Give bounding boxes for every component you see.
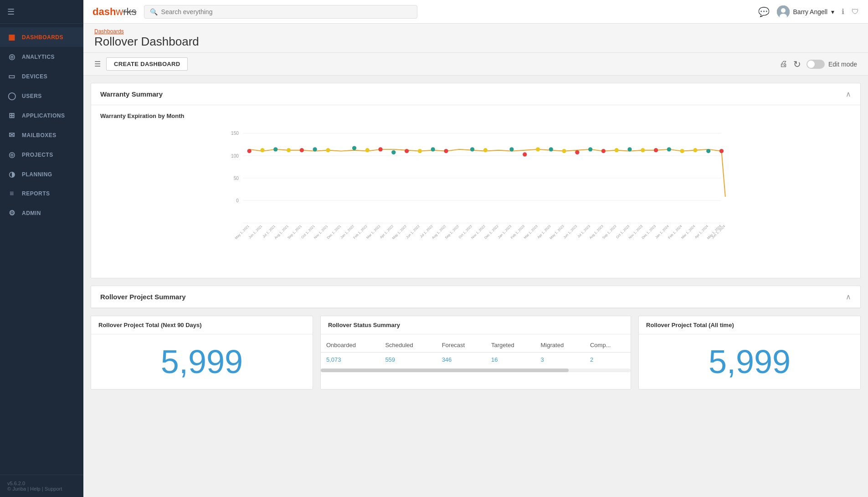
svg-point-31 xyxy=(601,149,606,153)
svg-text:Jun 1, 2021: Jun 1, 2021 xyxy=(248,224,263,240)
sidebar-item-reports[interactable]: ≡ REPORTS xyxy=(0,184,83,203)
sidebar-item-admin[interactable]: ⚙ ADMIN xyxy=(0,203,83,223)
card-all-time: Rollover Project Total (All time) 5,999 xyxy=(638,316,861,389)
cell-onboarded[interactable]: 5,073 xyxy=(321,353,380,367)
shield-icon[interactable]: 🛡 xyxy=(852,8,859,16)
svg-point-19 xyxy=(549,147,553,151)
card-next-90-days: Rollover Project Total (Next 90 Days) 5,… xyxy=(91,316,313,389)
col-forecast: Forecast xyxy=(437,338,486,353)
svg-point-33 xyxy=(719,149,724,153)
svg-point-26 xyxy=(378,147,382,151)
sidebar-top: ☰ xyxy=(0,0,83,24)
chat-icon[interactable]: 💬 xyxy=(758,6,770,17)
svg-point-23 xyxy=(706,149,710,153)
card-status-summary-body: Onboarded Scheduled Forecast Targeted Mi… xyxy=(321,334,631,389)
svg-point-21 xyxy=(627,147,632,151)
svg-point-36 xyxy=(326,148,330,152)
sidebar-item-planning[interactable]: ◑ PLANNING xyxy=(0,164,83,184)
search-icon: 🔍 xyxy=(150,8,158,15)
svg-point-32 xyxy=(654,148,658,152)
status-table-scroll[interactable]: Onboarded Scheduled Forecast Targeted Mi… xyxy=(321,338,631,372)
print-icon[interactable]: 🖨 xyxy=(780,59,788,69)
cell-targeted[interactable]: 16 xyxy=(486,353,535,367)
svg-point-22 xyxy=(667,147,671,151)
chart-area: 150 100 50 0 xyxy=(100,125,851,271)
toggle-knob xyxy=(807,61,815,68)
rollover-section-header: Rollover Project Summary ∧ xyxy=(91,286,860,308)
sidebar-item-devices[interactable]: ▭ DEVICES xyxy=(0,67,83,86)
sidebar-label-applications: APPLICATIONS xyxy=(22,113,65,119)
rollover-section: Rollover Project Summary ∧ xyxy=(91,286,861,308)
svg-point-25 xyxy=(300,148,304,152)
sidebar-label-analytics: ANALYTICS xyxy=(22,54,55,60)
svg-point-24 xyxy=(247,149,252,153)
search-input[interactable] xyxy=(161,8,411,15)
warranty-chart: 150 100 50 0 xyxy=(100,125,851,243)
warranty-section: Warranty Summary ∧ Warranty Expiration b… xyxy=(91,83,861,278)
sidebar-item-mailboxes[interactable]: ✉ MAILBOXES xyxy=(0,125,83,145)
toolbar-menu-icon[interactable]: ☰ xyxy=(94,60,101,68)
svg-text:Jun 1, 2023: Jun 1, 2023 xyxy=(563,224,578,240)
col-targeted: Targeted xyxy=(486,338,535,353)
warranty-collapse-icon[interactable]: ∧ xyxy=(846,90,851,98)
logo-dash: dash xyxy=(92,6,116,17)
rollover-collapse-icon[interactable]: ∧ xyxy=(846,292,851,301)
svg-text:150: 150 xyxy=(231,131,239,136)
users-icon: ◯ xyxy=(7,92,16,100)
user-area[interactable]: Barry Angell ▾ xyxy=(777,5,834,18)
create-dashboard-button[interactable]: CREATE DASHBOARD xyxy=(106,57,188,71)
toolbar: ☰ CREATE DASHBOARD 🖨 ↻ Edit mode xyxy=(83,53,868,76)
edit-mode-area: Edit mode xyxy=(806,60,857,69)
next-90-days-value: 5,999 xyxy=(161,345,243,378)
svg-point-41 xyxy=(562,149,566,153)
svg-text:Sep 1, 2023: Sep 1, 2023 xyxy=(601,224,617,240)
sidebar-item-dashboards[interactable]: ▦ DASHBOARDS xyxy=(0,27,83,47)
devices-icon: ▭ xyxy=(7,72,16,81)
content-area: Dashboards Rollover Dashboard ☰ CREATE D… xyxy=(83,24,868,497)
analytics-icon: ◎ xyxy=(7,52,16,61)
table-scrollbar-thumb xyxy=(321,369,569,372)
svg-text:Mar 1, 2022: Mar 1, 2022 xyxy=(365,224,381,240)
svg-text:0: 0 xyxy=(236,198,239,203)
search-bar[interactable]: 🔍 xyxy=(144,5,417,19)
help-link[interactable]: Help xyxy=(30,486,41,492)
card-status-summary: Rollover Status Summary Onboarded Schedu… xyxy=(320,316,631,389)
svg-point-27 xyxy=(405,149,409,153)
warranty-section-body: Warranty Expiration by Month 150 100 50 xyxy=(91,105,860,278)
col-migrated: Migrated xyxy=(535,338,585,353)
svg-point-35 xyxy=(287,148,291,152)
svg-point-44 xyxy=(680,149,684,153)
svg-text:Sep 1, 2021: Sep 1, 2021 xyxy=(287,224,303,240)
cell-scheduled[interactable]: 559 xyxy=(380,353,436,367)
svg-point-18 xyxy=(509,147,514,151)
svg-text:Mar 1, 2024: Mar 1, 2024 xyxy=(680,224,696,240)
sidebar-label-devices: DEVICES xyxy=(22,73,47,80)
sidebar-label-users: USERS xyxy=(22,93,42,99)
info-icon[interactable]: ℹ xyxy=(842,7,844,16)
toolbar-right: 🖨 ↻ Edit mode xyxy=(780,59,857,70)
cell-forecast[interactable]: 346 xyxy=(437,353,486,367)
sidebar-label-reports: REPORTS xyxy=(22,190,50,197)
cell-migrated[interactable]: 3 xyxy=(535,353,585,367)
cell-completed[interactable]: 2 xyxy=(585,353,631,367)
breadcrumb[interactable]: Dashboards xyxy=(94,28,857,35)
sidebar-item-projects[interactable]: ◎ PROJECTS xyxy=(0,145,83,164)
mailboxes-icon: ✉ xyxy=(7,131,16,139)
hamburger-icon[interactable]: ☰ xyxy=(7,7,15,17)
sidebar-item-users[interactable]: ◯ USERS xyxy=(0,86,83,106)
edit-mode-toggle[interactable] xyxy=(806,60,825,69)
version-text: v5.6.2.0 xyxy=(7,481,76,486)
sidebar-item-analytics[interactable]: ◎ ANALYTICS xyxy=(0,47,83,67)
refresh-icon[interactable]: ↻ xyxy=(793,59,801,70)
reports-icon: ≡ xyxy=(7,190,16,198)
svg-point-40 xyxy=(536,147,540,151)
sidebar-item-applications[interactable]: ⊞ APPLICATIONS xyxy=(0,106,83,125)
svg-text:Dec 1, 2022: Dec 1, 2022 xyxy=(483,224,499,240)
sidebar-nav: ▦ DASHBOARDS ◎ ANALYTICS ▭ DEVICES ◯ USE… xyxy=(0,24,83,475)
sidebar-label-projects: PROJECTS xyxy=(22,152,53,158)
support-link[interactable]: Support xyxy=(45,486,62,492)
sidebar-footer: v5.6.2.0 © Juriba | Help | Support xyxy=(0,475,83,497)
svg-point-45 xyxy=(693,148,697,152)
table-scrollbar[interactable] xyxy=(321,369,631,372)
user-name: Barry Angell xyxy=(793,8,827,15)
